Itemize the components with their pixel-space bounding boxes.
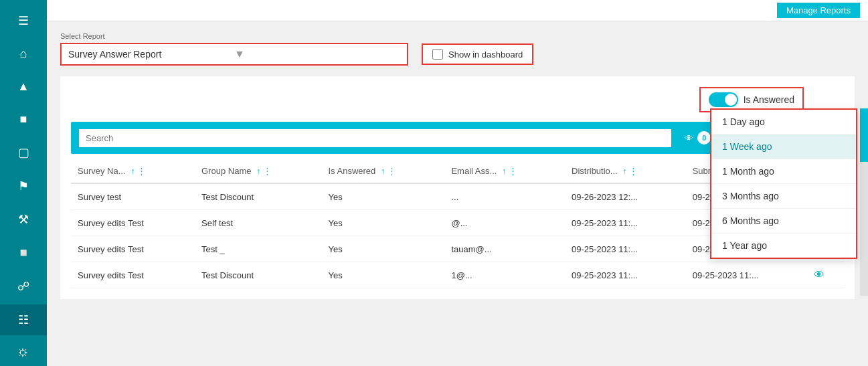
- show-in-dashboard-wrapper[interactable]: Show in dashboard: [422, 43, 533, 65]
- dropdown-menu-item[interactable]: 1 Month ago: [711, 159, 856, 184]
- hamburger-icon: ☰: [18, 13, 29, 28]
- sidebar-item-hamburger[interactable]: ☰: [0, 5, 47, 36]
- doc-icon: ▢: [18, 145, 29, 160]
- grid-icon: ■: [20, 112, 27, 126]
- sidebar-item-chart[interactable]: ▲: [0, 72, 47, 102]
- sidebar-item-inbox[interactable]: ◽: [0, 238, 47, 268]
- cell-survey-name: Survey edits Test: [71, 262, 195, 288]
- main-content: Manage Reports Select Report Survey Answ…: [47, 0, 868, 366]
- dropdown-menu-item[interactable]: 6 Months ago: [711, 209, 856, 234]
- cell-survey-name: Survey test: [71, 183, 195, 210]
- sidebar: ☰ ⌂ ▲ ■ ▢ ⚑ ⚒ ◽ ☍ ☷ ⛭: [0, 0, 47, 366]
- select-report-label: Select Report: [60, 32, 855, 40]
- col-distribution: Distributio... ↑ ⋮: [565, 159, 686, 183]
- list-icon: ☷: [18, 312, 29, 327]
- chart-icon: ▲: [17, 80, 29, 94]
- cell-distribution: 09-25-2023 11:...: [565, 210, 686, 236]
- search-input[interactable]: [79, 129, 671, 147]
- scrollbar-track[interactable]: [860, 108, 868, 296]
- cell-email-ass: 1@...: [444, 262, 565, 288]
- col-survey-name-label: Survey Na...: [78, 166, 126, 176]
- col-distribution-label: Distributio...: [572, 166, 618, 176]
- advance-dropdown: 1 Day ago1 Week ago1 Month ago3 Months a…: [710, 108, 857, 259]
- cell-is-answered: Yes: [321, 210, 444, 236]
- toggle-knob: [725, 94, 737, 106]
- col-is-answered: Is Answered ↑ ⋮: [321, 159, 444, 183]
- home-icon: ⌂: [20, 47, 27, 61]
- cell-distribution: 09-26-2023 12:...: [565, 183, 686, 210]
- toggle-track: [709, 92, 738, 107]
- table-row: Survey edits Test Test Discount Yes 1@..…: [71, 262, 844, 288]
- col-sort-icons-5[interactable]: ↑ ⋮: [622, 166, 638, 176]
- manage-reports-button[interactable]: Manage Reports: [777, 3, 860, 18]
- report-dropdown[interactable]: Survey Answer Report ▼: [60, 43, 408, 66]
- col-sort-icons-3[interactable]: ↑ ⋮: [381, 166, 396, 176]
- eye-count-badge: 0: [697, 131, 711, 145]
- cell-email-ass: tauam@...: [444, 236, 565, 262]
- cell-group-name[interactable]: Test Discount: [195, 262, 321, 288]
- report-dropdown-value: Survey Answer Report: [68, 49, 234, 60]
- sidebar-item-settings[interactable]: ⛭: [0, 338, 47, 366]
- col-sort-icons[interactable]: ↑ ⋮: [131, 166, 146, 176]
- sidebar-item-doc[interactable]: ▢: [0, 137, 47, 168]
- sidebar-item-support[interactable]: ☍: [0, 271, 47, 302]
- cell-distribution: 09-25-2023 11:...: [565, 236, 686, 262]
- col-survey-name: Survey Na... ↑ ⋮: [71, 159, 195, 183]
- is-answered-label: Is Answered: [744, 94, 794, 105]
- flag-icon: ⚑: [18, 179, 29, 193]
- cell-survey-name: Survey edits Test: [71, 236, 195, 262]
- topbar: Manage Reports: [47, 0, 868, 21]
- col-sort-icons-2[interactable]: ↑ ⋮: [256, 166, 272, 176]
- cell-email-ass: ...: [444, 183, 565, 210]
- support-icon: ☍: [17, 279, 29, 294]
- cell-group-name[interactable]: Test _: [195, 236, 321, 262]
- dashboard-label[interactable]: Show in dashboard: [448, 50, 523, 60]
- inbox-icon: ◽: [16, 246, 31, 260]
- eye-icon: 👁: [685, 133, 693, 143]
- report-select-row: Survey Answer Report ▼ Show in dashboard: [60, 43, 855, 66]
- cell-survey-name: Survey edits Test: [71, 210, 195, 236]
- cell-submitted: 09-25-2023 11:...: [686, 262, 808, 288]
- cell-is-answered: Yes: [321, 236, 444, 262]
- cell-eye-action[interactable]: 👁: [807, 262, 844, 288]
- settings-icon: ⛭: [17, 346, 29, 360]
- dropdown-menu-item[interactable]: 1 Day ago: [711, 110, 856, 134]
- sidebar-item-flag[interactable]: ⚑: [0, 171, 47, 201]
- col-email-ass-label: Email Ass...: [451, 166, 497, 176]
- sidebar-item-list[interactable]: ☷: [0, 304, 47, 335]
- cell-email-ass: @...: [444, 210, 565, 236]
- dropdown-menu-item[interactable]: 3 Months ago: [711, 184, 856, 209]
- col-email-ass: Email Ass... ↑ ⋮: [444, 159, 565, 183]
- col-sort-icons-4[interactable]: ↑ ⋮: [502, 166, 517, 176]
- sidebar-item-tool[interactable]: ⚒: [0, 204, 47, 235]
- content-area: Select Report Survey Answer Report ▼ Sho…: [47, 21, 868, 366]
- cell-group-name[interactable]: Test Discount: [195, 183, 321, 210]
- col-group-name-label: Group Name: [201, 166, 251, 176]
- is-answered-toggle[interactable]: [709, 92, 738, 107]
- dropdown-menu-item[interactable]: 1 Week ago: [711, 134, 856, 159]
- cell-is-answered: Yes: [321, 262, 444, 288]
- scrollbar-thumb[interactable]: [860, 108, 868, 162]
- col-group-name: Group Name ↑ ⋮: [195, 159, 321, 183]
- tool-icon: ⚒: [18, 212, 29, 227]
- cell-group-name[interactable]: Self test: [195, 210, 321, 236]
- col-is-answered-label: Is Answered: [328, 166, 375, 176]
- row-eye-icon[interactable]: 👁: [814, 269, 824, 280]
- sidebar-item-grid[interactable]: ■: [0, 104, 47, 134]
- cell-distribution: 09-25-2023 11:...: [565, 262, 686, 288]
- dashboard-checkbox[interactable]: [432, 49, 443, 60]
- chevron-down-icon: ▼: [234, 48, 400, 60]
- dropdown-menu-item[interactable]: 1 Year ago: [711, 234, 856, 258]
- cell-is-answered: Yes: [321, 183, 444, 210]
- sidebar-item-home[interactable]: ⌂: [0, 39, 47, 69]
